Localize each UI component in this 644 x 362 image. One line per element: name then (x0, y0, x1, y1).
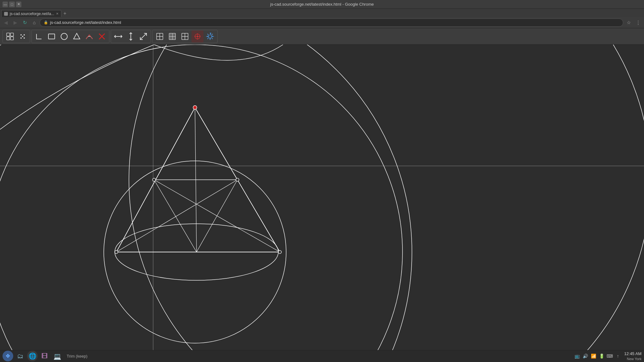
clock-location: New York (624, 357, 641, 361)
svg-rect-1 (10, 33, 14, 36)
files-button[interactable]: 🗂 (14, 351, 26, 362)
circle-tool[interactable] (58, 30, 70, 42)
keyboard-icon[interactable]: ⌨ (607, 353, 613, 359)
svg-rect-2 (7, 37, 10, 40)
svg-point-4 (20, 34, 22, 36)
tab-favicon (4, 12, 8, 16)
svg-point-64 (193, 106, 197, 109)
minimize-button[interactable]: — (3, 2, 8, 7)
network-icon[interactable]: 📶 (590, 353, 597, 359)
security-icon: 🔒 (44, 20, 48, 25)
svg-point-8 (22, 36, 23, 37)
grid-tool-3[interactable] (179, 30, 191, 42)
cad-canvas-area[interactable] (0, 45, 644, 362)
tab-label: js-cad.sourceforge.net/la... (10, 12, 54, 16)
clock-time: 12:45 AM (624, 351, 641, 357)
navigation-bar: ◀ ▶ ↻ ⌂ 🔒 js-cad.sourceforge.net/latest/… (0, 17, 644, 28)
horiz-dimension-tool[interactable] (112, 30, 124, 42)
kde-menu-button[interactable]: ❖ (3, 351, 13, 361)
grid-tool-1[interactable] (154, 30, 166, 42)
angle-tool[interactable] (33, 30, 45, 42)
refresh-button[interactable]: ↻ (21, 19, 29, 27)
cad-toolbar (0, 28, 644, 45)
svg-point-67 (115, 250, 118, 254)
clock: 12:45 AM New York (624, 351, 641, 362)
svg-point-5 (24, 34, 25, 36)
dots-snap-tool[interactable] (17, 30, 29, 42)
cad-drawing (0, 45, 644, 362)
svg-rect-0 (7, 33, 10, 36)
taskbar-right: 📺 🔊 📶 🔋 ⌨ ↑ 12:45 AM New York (574, 351, 641, 362)
triangle-tool[interactable] (71, 30, 83, 42)
settings-tool[interactable] (204, 30, 216, 42)
title-bar: — □ ✕ js-cad.sourceforge.net/latest/inde… (0, 0, 644, 9)
browser-tab[interactable]: js-cad.sourceforge.net/la... ✕ (1, 10, 61, 17)
snap-tool-group (3, 30, 30, 43)
maximize-button[interactable]: □ (9, 2, 14, 7)
grid-tool-group (152, 30, 218, 43)
tab-close-button[interactable]: ✕ (56, 12, 58, 15)
audio-icon[interactable]: 🔊 (582, 353, 588, 359)
home-snap-tool[interactable] (4, 30, 16, 42)
grid-tool-2[interactable] (166, 30, 178, 42)
address-bar[interactable]: 🔒 js-cad.sourceforge.net/latest/index.ht… (40, 19, 623, 27)
svg-point-46 (208, 35, 212, 38)
svg-rect-47 (0, 45, 644, 362)
svg-rect-3 (10, 37, 14, 40)
svg-point-66 (236, 178, 239, 181)
diag-dimension-tool[interactable] (137, 30, 149, 42)
forward-button[interactable]: ▶ (11, 19, 19, 27)
svg-point-45 (197, 36, 198, 37)
rect-tool[interactable] (46, 30, 58, 42)
update-icon[interactable]: ↑ (615, 353, 621, 359)
system-tray: 📺 🔊 📶 🔋 ⌨ ↑ (574, 353, 621, 359)
back-button[interactable]: ◀ (2, 19, 10, 27)
delete-tool[interactable] (96, 30, 108, 42)
svg-point-68 (278, 250, 281, 254)
display-icon[interactable]: 📺 (574, 353, 580, 359)
new-tab-button[interactable]: + (61, 10, 68, 17)
home-button[interactable]: ⌂ (30, 19, 38, 27)
taskbar-apps: ❖ 🗂 🌐 🎞 💻 (3, 351, 63, 362)
browser-button[interactable]: 🌐 (27, 351, 38, 361)
status-message: Trim (keep) (67, 354, 87, 359)
svg-point-7 (24, 37, 25, 39)
dimension-tool-group (111, 30, 151, 43)
window-title: js-cad.sourceforge.net/latest/index.html… (21, 2, 623, 7)
draw-tool-group (31, 30, 109, 43)
svg-point-10 (61, 33, 67, 40)
media-button[interactable]: 🎞 (39, 351, 50, 362)
menu-button[interactable]: ⋮ (634, 19, 642, 27)
terminal-button[interactable]: 💻 (52, 351, 63, 362)
svg-point-65 (153, 178, 156, 181)
svg-point-6 (20, 37, 22, 39)
svg-line-12 (89, 35, 92, 39)
tab-bar: js-cad.sourceforge.net/la... ✕ + (0, 9, 644, 17)
bookmark-button[interactable]: ☆ (625, 19, 633, 27)
address-text: js-cad.sourceforge.net/latest/index.html (50, 20, 121, 25)
svg-line-11 (86, 35, 89, 39)
status-bar: ❖ 🗂 🌐 🎞 💻 Trim (keep) 📺 🔊 📶 🔋 ⌨ ↑ (0, 350, 644, 362)
svg-rect-9 (48, 34, 55, 39)
cursor-snap-tool[interactable] (192, 30, 203, 42)
curve-tool[interactable] (83, 30, 95, 42)
svg-line-17 (140, 33, 147, 40)
battery-icon[interactable]: 🔋 (598, 353, 605, 359)
vert-dimension-tool[interactable] (125, 30, 137, 42)
close-button[interactable]: ✕ (16, 2, 21, 7)
